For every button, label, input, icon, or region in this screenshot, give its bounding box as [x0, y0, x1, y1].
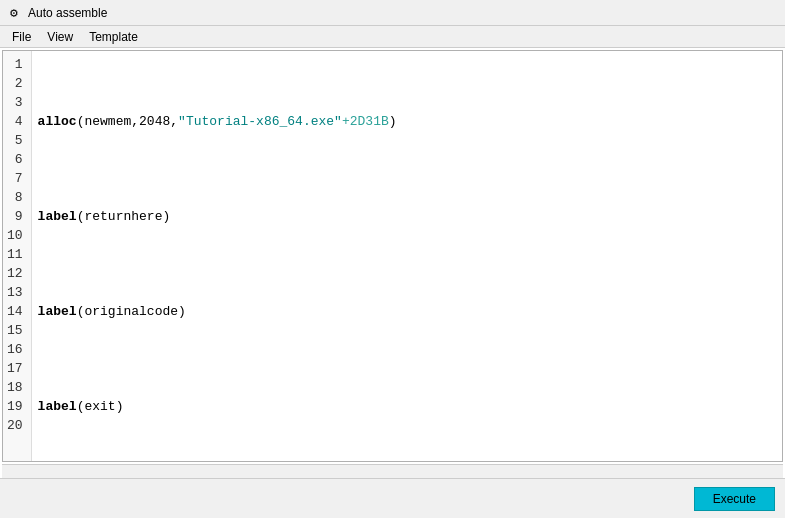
title-bar-text: Auto assemble	[28, 6, 107, 20]
line-num-10: 10	[7, 226, 27, 245]
line-num-15: 15	[7, 321, 27, 340]
line-numbers: 1 2 3 4 5 6 7 8 9 10 11 12 13 14 15 16 1…	[3, 51, 32, 461]
code-line-1: alloc(newmem,2048,"Tutorial-x86_64.exe"+…	[38, 112, 776, 131]
line-num-2: 2	[7, 74, 27, 93]
line-num-14: 14	[7, 302, 27, 321]
line-num-1: 1	[7, 55, 27, 74]
editor-container: 1 2 3 4 5 6 7 8 9 10 11 12 13 14 15 16 1…	[0, 48, 785, 518]
menu-template[interactable]: Template	[81, 29, 146, 45]
line-num-17: 17	[7, 359, 27, 378]
code-line-4: label(exit)	[38, 397, 776, 416]
horizontal-scrollbar[interactable]	[2, 464, 783, 478]
code-editor[interactable]: alloc(newmem,2048,"Tutorial-x86_64.exe"+…	[32, 51, 782, 461]
line-num-3: 3	[7, 93, 27, 112]
line-num-11: 11	[7, 245, 27, 264]
execute-button[interactable]: Execute	[694, 487, 775, 511]
menu-file[interactable]: File	[4, 29, 39, 45]
line-num-12: 12	[7, 264, 27, 283]
line-num-13: 13	[7, 283, 27, 302]
line-num-20: 20	[7, 416, 27, 435]
line-num-7: 7	[7, 169, 27, 188]
line-num-18: 18	[7, 378, 27, 397]
line-num-5: 5	[7, 131, 27, 150]
line-num-9: 9	[7, 207, 27, 226]
editor-body[interactable]: 1 2 3 4 5 6 7 8 9 10 11 12 13 14 15 16 1…	[2, 50, 783, 462]
line-num-8: 8	[7, 188, 27, 207]
code-line-2: label(returnhere)	[38, 207, 776, 226]
line-num-16: 16	[7, 340, 27, 359]
title-bar: ⚙ Auto assemble	[0, 0, 785, 26]
menu-bar: File View Template	[0, 26, 785, 48]
line-num-4: 4	[7, 112, 27, 131]
line-num-6: 6	[7, 150, 27, 169]
line-num-19: 19	[7, 397, 27, 416]
bottom-bar: Execute	[0, 478, 785, 518]
app-icon: ⚙	[6, 5, 22, 21]
code-line-3: label(originalcode)	[38, 302, 776, 321]
menu-view[interactable]: View	[39, 29, 81, 45]
